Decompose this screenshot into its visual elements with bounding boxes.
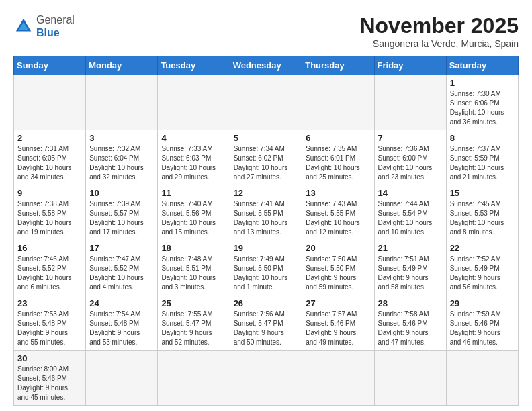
day-info: Sunrise: 7:54 AM Sunset: 5:48 PM Dayligh… [89,310,154,347]
calendar-day-cell: 13Sunrise: 7:43 AM Sunset: 5:55 PM Dayli… [302,185,374,240]
day-number: 3 [89,133,154,143]
day-number: 17 [89,243,154,253]
day-info: Sunrise: 7:53 AM Sunset: 5:48 PM Dayligh… [17,310,82,347]
day-number: 15 [450,188,515,198]
day-info: Sunrise: 7:47 AM Sunset: 5:52 PM Dayligh… [89,255,154,292]
day-info: Sunrise: 7:50 AM Sunset: 5:50 PM Dayligh… [306,255,370,292]
day-info: Sunrise: 7:49 AM Sunset: 5:50 PM Dayligh… [234,255,299,292]
weekday-header-friday: Friday [374,56,446,75]
calendar-day-cell: 16Sunrise: 7:46 AM Sunset: 5:52 PM Dayli… [14,240,86,295]
day-info: Sunrise: 7:36 AM Sunset: 6:00 PM Dayligh… [378,144,443,182]
calendar-day-cell: 23Sunrise: 7:53 AM Sunset: 5:48 PM Dayli… [14,295,86,351]
day-number: 24 [89,298,154,308]
day-info: Sunrise: 7:57 AM Sunset: 5:46 PM Dayligh… [306,310,370,347]
day-info: Sunrise: 7:30 AM Sunset: 6:06 PM Dayligh… [450,89,515,127]
calendar-day-cell: 4Sunrise: 7:33 AM Sunset: 6:03 PM Daylig… [158,130,230,185]
weekday-header-tuesday: Tuesday [158,56,230,75]
day-info: Sunrise: 7:45 AM Sunset: 5:53 PM Dayligh… [450,199,515,237]
weekday-header-thursday: Thursday [302,56,374,75]
weekday-header-sunday: Sunday [14,56,86,75]
day-info: Sunrise: 7:35 AM Sunset: 6:01 PM Dayligh… [306,144,370,182]
calendar-day-cell: 29Sunrise: 7:59 AM Sunset: 5:46 PM Dayli… [446,295,518,351]
weekday-header-wednesday: Wednesday [230,56,302,75]
day-info: Sunrise: 7:38 AM Sunset: 5:58 PM Dayligh… [17,199,82,237]
day-info: Sunrise: 7:31 AM Sunset: 6:05 PM Dayligh… [17,144,82,182]
weekday-header-saturday: Saturday [446,56,518,75]
calendar-day-cell [446,351,518,406]
day-number: 23 [17,298,82,308]
day-number: 19 [234,243,299,253]
day-number: 18 [161,243,226,253]
day-number: 10 [89,188,154,198]
calendar-day-cell: 30Sunrise: 8:00 AM Sunset: 5:46 PM Dayli… [14,351,86,406]
calendar-day-cell: 22Sunrise: 7:52 AM Sunset: 5:49 PM Dayli… [446,240,518,295]
calendar-day-cell: 9Sunrise: 7:38 AM Sunset: 5:58 PM Daylig… [14,185,86,240]
calendar-day-cell: 3Sunrise: 7:32 AM Sunset: 6:04 PM Daylig… [86,130,158,185]
day-info: Sunrise: 7:51 AM Sunset: 5:49 PM Dayligh… [378,255,443,292]
day-number: 25 [161,298,226,308]
calendar-day-cell [374,351,446,406]
day-info: Sunrise: 7:43 AM Sunset: 5:55 PM Dayligh… [306,199,370,237]
calendar-day-cell: 14Sunrise: 7:44 AM Sunset: 5:54 PM Dayli… [374,185,446,240]
day-number: 13 [306,188,370,198]
day-number: 30 [17,353,82,363]
day-info: Sunrise: 7:37 AM Sunset: 5:59 PM Dayligh… [450,144,515,182]
calendar-day-cell: 19Sunrise: 7:49 AM Sunset: 5:50 PM Dayli… [230,240,302,295]
calendar-day-cell [14,75,86,130]
location-subtitle: Sangonera la Verde, Murcia, Spain [359,38,519,49]
logo-text: General Blue [36,13,75,39]
calendar-week-row: 30Sunrise: 8:00 AM Sunset: 5:46 PM Dayli… [14,351,519,406]
calendar-day-cell [230,75,302,130]
calendar-day-cell: 17Sunrise: 7:47 AM Sunset: 5:52 PM Dayli… [86,240,158,295]
calendar-day-cell: 2Sunrise: 7:31 AM Sunset: 6:05 PM Daylig… [14,130,86,185]
day-number: 29 [450,298,515,308]
logo: General Blue [13,13,75,39]
calendar-day-cell [86,351,158,406]
day-info: Sunrise: 7:46 AM Sunset: 5:52 PM Dayligh… [17,255,82,292]
day-info: Sunrise: 7:40 AM Sunset: 5:56 PM Dayligh… [161,199,226,237]
page-header: General Blue November 2025 Sangonera la … [13,13,519,49]
day-info: Sunrise: 7:41 AM Sunset: 5:55 PM Dayligh… [234,199,299,237]
calendar-week-row: 16Sunrise: 7:46 AM Sunset: 5:52 PM Dayli… [14,240,519,295]
calendar-day-cell: 5Sunrise: 7:34 AM Sunset: 6:02 PM Daylig… [230,130,302,185]
calendar-day-cell: 1Sunrise: 7:30 AM Sunset: 6:06 PM Daylig… [446,75,518,130]
day-info: Sunrise: 7:32 AM Sunset: 6:04 PM Dayligh… [89,144,154,182]
day-number: 4 [161,133,226,143]
calendar-day-cell: 7Sunrise: 7:36 AM Sunset: 6:00 PM Daylig… [374,130,446,185]
calendar-day-cell: 26Sunrise: 7:56 AM Sunset: 5:47 PM Dayli… [230,295,302,351]
day-number: 5 [234,133,299,143]
title-block: November 2025 Sangonera la Verde, Murcia… [359,13,519,49]
day-number: 28 [378,298,443,308]
calendar-day-cell: 10Sunrise: 7:39 AM Sunset: 5:57 PM Dayli… [86,185,158,240]
day-number: 26 [234,298,299,308]
calendar-day-cell [302,75,374,130]
calendar-day-cell [158,75,230,130]
day-number: 21 [378,243,443,253]
day-number: 20 [306,243,370,253]
day-number: 12 [234,188,299,198]
day-info: Sunrise: 8:00 AM Sunset: 5:46 PM Dayligh… [17,365,82,402]
day-info: Sunrise: 7:55 AM Sunset: 5:47 PM Dayligh… [161,310,226,347]
calendar-day-cell [374,75,446,130]
day-info: Sunrise: 7:39 AM Sunset: 5:57 PM Dayligh… [89,199,154,237]
calendar-table: SundayMondayTuesdayWednesdayThursdayFrid… [13,56,519,406]
weekday-header-row: SundayMondayTuesdayWednesdayThursdayFrid… [14,56,519,75]
day-info: Sunrise: 7:34 AM Sunset: 6:02 PM Dayligh… [234,144,299,182]
calendar-day-cell: 12Sunrise: 7:41 AM Sunset: 5:55 PM Dayli… [230,185,302,240]
day-number: 6 [306,133,370,143]
day-number: 14 [378,188,443,198]
day-number: 7 [378,133,443,143]
day-info: Sunrise: 7:48 AM Sunset: 5:51 PM Dayligh… [161,255,226,292]
calendar-day-cell: 20Sunrise: 7:50 AM Sunset: 5:50 PM Dayli… [302,240,374,295]
calendar-day-cell [158,351,230,406]
calendar-day-cell: 15Sunrise: 7:45 AM Sunset: 5:53 PM Dayli… [446,185,518,240]
calendar-week-row: 2Sunrise: 7:31 AM Sunset: 6:05 PM Daylig… [14,130,519,185]
day-info: Sunrise: 7:52 AM Sunset: 5:49 PM Dayligh… [450,255,515,292]
calendar-day-cell: 28Sunrise: 7:58 AM Sunset: 5:46 PM Dayli… [374,295,446,351]
calendar-week-row: 9Sunrise: 7:38 AM Sunset: 5:58 PM Daylig… [14,185,519,240]
weekday-header-monday: Monday [86,56,158,75]
calendar-day-cell [302,351,374,406]
calendar-day-cell: 6Sunrise: 7:35 AM Sunset: 6:01 PM Daylig… [302,130,374,185]
calendar-day-cell: 21Sunrise: 7:51 AM Sunset: 5:49 PM Dayli… [374,240,446,295]
calendar-week-row: 1Sunrise: 7:30 AM Sunset: 6:06 PM Daylig… [14,75,519,130]
